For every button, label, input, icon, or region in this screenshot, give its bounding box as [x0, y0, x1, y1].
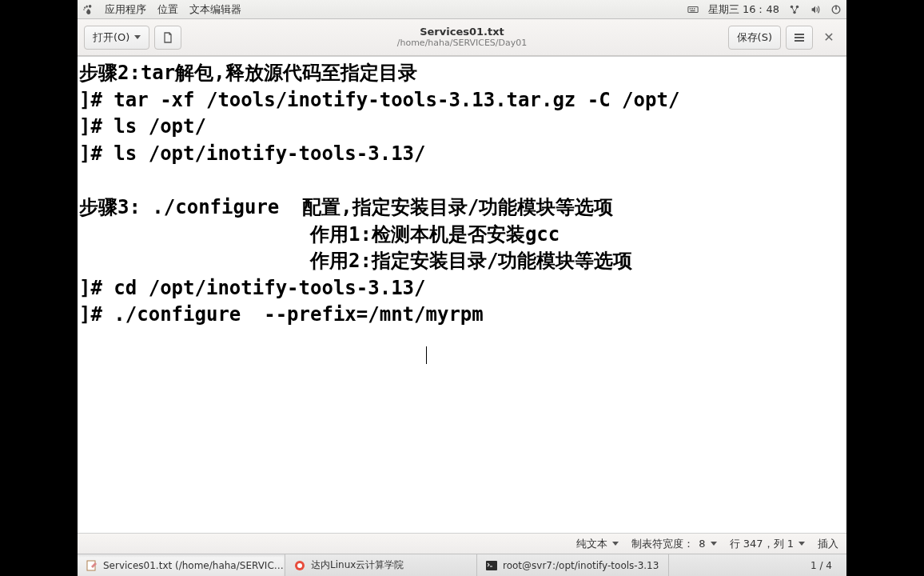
- chevron-down-icon: [799, 542, 805, 546]
- svg-rect-3: [694, 8, 695, 9]
- filename: Services01.txt: [397, 26, 528, 38]
- status-bar: 纯文本 制表符宽度：8 行 347，列 1 插入: [78, 533, 846, 554]
- open-button-label: 打开(O): [93, 30, 129, 45]
- document-icon: [161, 31, 174, 44]
- volume-icon[interactable]: [810, 4, 821, 15]
- filepath: /home/haha/SERVICES/Day01: [397, 38, 528, 49]
- text-cursor: [426, 346, 427, 364]
- terminal-icon: [485, 559, 498, 572]
- taskbar-item-gedit[interactable]: Services01.txt (/home/haha/SERVIC…: [78, 554, 285, 576]
- close-button[interactable]: ✕: [818, 26, 840, 49]
- keyboard-icon[interactable]: [687, 4, 699, 15]
- text-editor-area[interactable]: 步骤2:tar解包,释放源代码至指定目录 ]# tar -xf /tools/i…: [78, 56, 846, 533]
- workspace-label: 1 / 4: [810, 560, 832, 571]
- bottom-taskbar: Services01.txt (/home/haha/SERVIC… 达内Lin…: [78, 554, 846, 576]
- workspace-switcher[interactable]: 1 / 4: [801, 554, 846, 576]
- close-icon: ✕: [823, 30, 834, 45]
- places-menu[interactable]: 位置: [157, 2, 178, 17]
- svg-rect-1: [689, 8, 691, 9]
- hamburger-menu-button[interactable]: [786, 26, 813, 50]
- cursor-position[interactable]: 行 347，列 1: [730, 537, 805, 551]
- gedit-icon: [86, 559, 98, 572]
- chevron-down-icon: [711, 542, 717, 546]
- save-button[interactable]: 保存(S): [728, 26, 781, 50]
- taskbar-item-label: Services01.txt (/home/haha/SERVIC…: [103, 560, 284, 571]
- svg-rect-4: [690, 10, 695, 10]
- svg-rect-11: [795, 37, 804, 38]
- window-title: Services01.txt /home/haha/SERVICES/Day01: [397, 26, 528, 49]
- taskbar-item-label: root@svr7:/opt/inotify-tools-3.13: [503, 560, 659, 571]
- tab-width-selector[interactable]: 制表符宽度：8: [631, 537, 716, 551]
- svg-rect-0: [688, 6, 698, 12]
- network-icon[interactable]: [789, 4, 800, 15]
- svg-point-15: [297, 563, 302, 568]
- gnome-foot-icon: [82, 4, 94, 15]
- hamburger-icon: [794, 32, 805, 43]
- window-toolbar: 打开(O) Services01.txt /home/haha/SERVICES…: [78, 19, 846, 56]
- editor-text: 步骤2:tar解包,释放源代码至指定目录 ]# tar -xf /tools/i…: [79, 62, 679, 326]
- open-button[interactable]: 打开(O): [84, 26, 149, 50]
- taskbar-item-label: 达内Linux云计算学院: [311, 558, 404, 572]
- svg-rect-2: [691, 8, 693, 9]
- texteditor-menu[interactable]: 文本编辑器: [189, 2, 241, 17]
- new-document-button[interactable]: [154, 26, 181, 50]
- save-button-label: 保存(S): [737, 30, 772, 45]
- power-icon[interactable]: [830, 4, 842, 15]
- svg-rect-16: [486, 561, 497, 570]
- chevron-down-icon: [134, 35, 141, 39]
- insert-mode: 插入: [818, 537, 838, 551]
- syntax-selector[interactable]: 纯文本: [576, 537, 619, 551]
- svg-rect-12: [795, 40, 804, 42]
- taskbar-item-terminal[interactable]: root@svr7:/opt/inotify-tools-3.13: [477, 554, 669, 576]
- applications-menu[interactable]: 应用程序: [105, 2, 146, 17]
- top-panel: 应用程序 位置 文本编辑器 星期三 16：48: [78, 0, 846, 19]
- taskbar-item-browser[interactable]: 达内Linux云计算学院: [285, 554, 477, 576]
- svg-rect-10: [795, 34, 804, 35]
- clock[interactable]: 星期三 16：48: [708, 2, 779, 17]
- chevron-down-icon: [612, 542, 619, 546]
- browser-icon: [293, 559, 306, 572]
